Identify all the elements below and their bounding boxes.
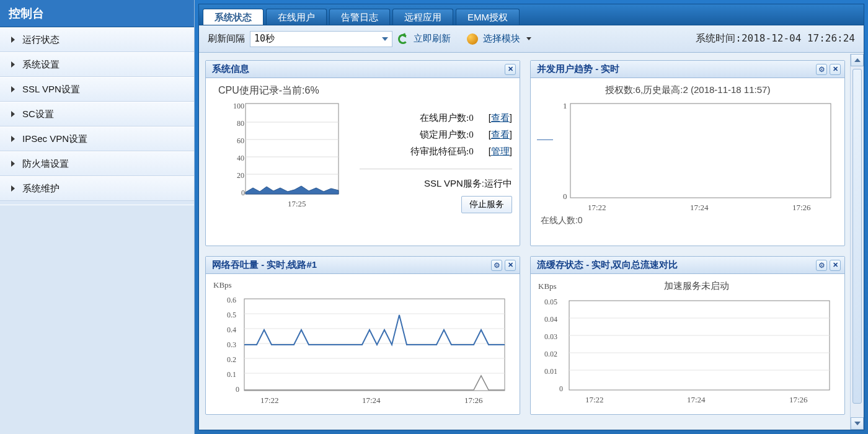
panel-close-button[interactable] (830, 64, 841, 75)
svg-text:0.3: 0.3 (227, 340, 236, 349)
view-locked-users-link[interactable]: 查看 (491, 129, 510, 140)
dashboard: 系统信息 CPU使用记录-当前:6% 10080 6040 200 (199, 54, 864, 430)
chevron-down-icon (382, 37, 388, 41)
throughput-unit: KBps (213, 280, 232, 290)
refresh-interval-value: 10秒 (254, 33, 275, 45)
panel-close-button[interactable] (505, 64, 516, 75)
system-time-label: 系统时间: (696, 32, 742, 44)
scroll-up-button[interactable] (851, 54, 864, 66)
tab-alarm-log[interactable]: 告警日志 (329, 9, 390, 25)
panel-flow-cache: 流缓存状态 - 实时,双向总流速对比 KBps 加速服务未启动 0.05 0.0… (530, 256, 845, 415)
chevron-right-icon (11, 86, 15, 92)
refresh-interval-label: 刷新间隔 (208, 33, 245, 45)
stop-service-button[interactable]: 停止服务 (461, 196, 512, 213)
panel-title: 网络吞吐量 - 实时,线路#1 (212, 259, 317, 271)
online-users-label: 在线用户数: (420, 113, 469, 123)
chevron-right-icon (11, 161, 15, 167)
cache-unit: KBps (538, 281, 557, 291)
svg-text:17:22: 17:22 (260, 396, 279, 405)
svg-text:0.02: 0.02 (544, 350, 557, 358)
sidebar-item-3[interactable]: SC设置 (0, 102, 194, 126)
ssl-vpn-service-label: SSL VPN服务: (424, 178, 484, 188)
panel-user-trend: 并发用户趋势 - 实时 授权数:6,历史最高:2 (2018-11-18 11:… (530, 60, 845, 246)
throughput-chart: 0.6 0.5 0.4 0.3 0.2 0.1 0 (213, 290, 512, 408)
vertical-scrollbar[interactable] (850, 54, 864, 430)
chevron-down-icon (526, 37, 531, 40)
svg-text:17:26: 17:26 (464, 396, 483, 405)
toolbar: 刷新间隔 10秒 立即刷新 选择模块 系统时间:2018-12-04 17:26… (199, 25, 864, 53)
sidebar-item-label: SC设置 (22, 102, 54, 126)
svg-text:40: 40 (237, 154, 244, 162)
sidebar-title: 控制台 (0, 0, 194, 27)
panel-close-button[interactable] (505, 260, 516, 271)
svg-text:0.6: 0.6 (227, 296, 236, 304)
sidebar-item-5[interactable]: 防火墙设置 (0, 151, 194, 176)
svg-text:100: 100 (233, 102, 244, 110)
user-trend-legend: —— 在线人数:0 (538, 215, 837, 226)
panel-settings-button[interactable] (816, 64, 827, 75)
sidebar-item-1[interactable]: 系统设置 (0, 52, 194, 77)
sidebar-item-label: SSL VPN设置 (22, 77, 80, 102)
chevron-right-icon (11, 111, 15, 117)
svg-text:0: 0 (241, 188, 245, 197)
system-time: 系统时间:2018-12-04 17:26:24 (696, 32, 855, 45)
pending-code-label: 待审批特征码: (410, 146, 469, 156)
panel-title: 并发用户趋势 - 实时 (537, 63, 619, 75)
svg-text:0.1: 0.1 (227, 370, 236, 379)
locked-users-label: 锁定用户数: (420, 130, 469, 140)
sidebar-item-0[interactable]: 运行状态 (0, 27, 194, 52)
svg-text:17:25: 17:25 (288, 199, 306, 208)
tab-strip: 系统状态 在线用户 告警日志 远程应用 EMM授权 (199, 4, 864, 25)
svg-text:0.03: 0.03 (544, 332, 557, 341)
tab-remote-app[interactable]: 远程应用 (392, 9, 453, 25)
svg-text:0.4: 0.4 (227, 326, 236, 334)
view-online-users-link[interactable]: 查看 (491, 112, 510, 123)
svg-text:17:24: 17:24 (362, 396, 381, 405)
svg-rect-40 (569, 301, 830, 390)
panel-throughput: 网络吞吐量 - 实时,线路#1 KBps 0.6 0.5 0.4 0.3 0.2 (205, 256, 520, 415)
refresh-icon (397, 33, 409, 45)
svg-text:0: 0 (559, 384, 563, 393)
chevron-right-icon (11, 37, 15, 43)
choose-module-link[interactable]: 选择模块 (483, 33, 520, 45)
svg-text:0.01: 0.01 (544, 367, 557, 376)
chevron-up-icon (854, 58, 861, 62)
sidebar-item-4[interactable]: IPSec VPN设置 (0, 126, 194, 151)
refresh-now-link[interactable]: 立即刷新 (414, 33, 451, 45)
cpu-chart-title: CPU使用记录-当前:6% (218, 84, 512, 97)
svg-text:80: 80 (237, 119, 244, 128)
sidebar-empty (0, 205, 194, 434)
sidebar: 控制台 运行状态 系统设置 SSL VPN设置 SC设置 IPSec VPN设置… (0, 0, 195, 434)
sidebar-item-label: 系统设置 (22, 52, 60, 77)
tab-online-users[interactable]: 在线用户 (266, 9, 327, 25)
scroll-down-button[interactable] (851, 417, 864, 430)
sidebar-item-label: 防火墙设置 (22, 151, 69, 176)
sidebar-item-2[interactable]: SSL VPN设置 (0, 77, 194, 102)
sidebar-item-6[interactable]: 系统维护 (0, 176, 194, 201)
panel-settings-button[interactable] (491, 260, 502, 271)
svg-text:20: 20 (237, 171, 244, 180)
svg-text:1: 1 (563, 101, 567, 110)
svg-text:0.05: 0.05 (544, 298, 557, 306)
panel-close-button[interactable] (830, 260, 841, 271)
chevron-right-icon (11, 185, 15, 192)
tab-emm-license[interactable]: EMM授权 (456, 9, 520, 25)
svg-text:0.5: 0.5 (227, 311, 236, 319)
panel-settings-button[interactable] (816, 260, 827, 271)
svg-text:17:24: 17:24 (687, 395, 706, 404)
pending-code-value: 0 (469, 146, 474, 156)
ssl-vpn-service-state: 运行中 (484, 178, 512, 188)
scrollbar-thumb[interactable] (852, 69, 862, 404)
svg-text:60: 60 (237, 136, 244, 145)
tab-system-status[interactable]: 系统状态 (203, 9, 264, 25)
sidebar-item-label: IPSec VPN设置 (22, 126, 87, 151)
panel-title: 系统信息 (212, 63, 249, 75)
online-users-value: 0 (469, 113, 474, 123)
chevron-down-icon (854, 422, 861, 425)
locked-users-value: 0 (469, 130, 474, 140)
svg-text:0.2: 0.2 (227, 355, 236, 364)
manage-pending-link[interactable]: 管理 (491, 146, 510, 156)
refresh-interval-select[interactable]: 10秒 (250, 31, 392, 47)
sidebar-item-label: 运行状态 (22, 27, 60, 52)
svg-text:17:22: 17:22 (585, 395, 604, 404)
